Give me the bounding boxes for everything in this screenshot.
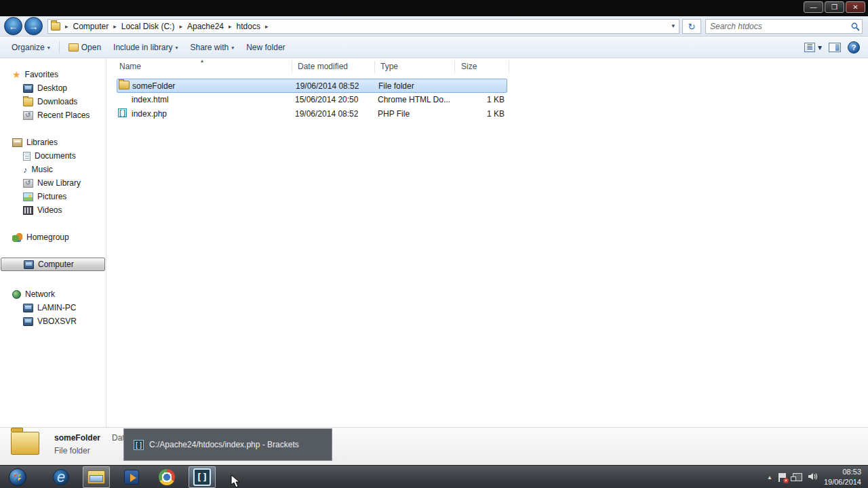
search-icon[interactable] bbox=[848, 22, 862, 31]
forward-button[interactable]: → bbox=[24, 17, 43, 35]
volume-icon[interactable] bbox=[808, 472, 818, 483]
sidebar-item-pictures[interactable]: Pictures bbox=[0, 190, 106, 203]
sidebar-item-lamin-pc[interactable]: LAMIN-PC bbox=[0, 301, 106, 314]
include-in-library-button[interactable]: Include in library ▾ bbox=[107, 40, 184, 55]
search-input[interactable] bbox=[706, 22, 848, 31]
breadcrumb-segment: ▸ Computer bbox=[63, 20, 111, 33]
breadcrumb-arrow-icon: ▸ bbox=[111, 23, 119, 30]
taskbar-item-brackets[interactable]: [] bbox=[189, 466, 216, 488]
sidebar-item-music[interactable]: ♪ Music bbox=[0, 163, 106, 176]
sidebar-item-libraries[interactable]: Libraries bbox=[0, 136, 106, 149]
column-header-name[interactable]: Name bbox=[119, 62, 141, 71]
file-type: File folder bbox=[378, 81, 414, 91]
music-icon: ♪ bbox=[23, 165, 28, 174]
breadcrumb-dropdown-icon[interactable]: ▾ bbox=[671, 22, 675, 29]
windows-orb-icon bbox=[9, 468, 26, 486]
breadcrumb-arrow-icon: ▸ bbox=[226, 23, 234, 30]
file-date: 19/06/2014 08:52 bbox=[295, 109, 358, 119]
close-button[interactable]: ✕ bbox=[846, 1, 865, 13]
column-divider[interactable] bbox=[509, 61, 509, 73]
breadcrumb-computer[interactable]: Computer bbox=[71, 20, 112, 33]
show-hidden-icons-button[interactable]: ▲ bbox=[767, 474, 772, 481]
breadcrumb-apache24[interactable]: Apache24 bbox=[184, 20, 226, 33]
file-date: 19/06/2014 08:52 bbox=[296, 81, 359, 91]
folder-icon bbox=[51, 22, 60, 30]
column-divider[interactable] bbox=[292, 61, 292, 73]
sidebar-item-vboxsvr[interactable]: VBOXSVR bbox=[0, 314, 106, 328]
start-button[interactable] bbox=[4, 466, 31, 488]
sidebar-item-downloads[interactable]: Downloads bbox=[0, 95, 106, 108]
title-bar: — ❐ ✕ bbox=[0, 0, 868, 16]
sidebar-item-new-library[interactable]: New Library bbox=[0, 176, 106, 190]
taskbar-item-internet-explorer[interactable]: e bbox=[47, 466, 75, 488]
taskbar: e [] ▲ ✕ 08:53 19/06/2014 bbox=[0, 465, 868, 488]
network-pc-icon bbox=[23, 304, 33, 312]
breadcrumb-arrow-icon: ▸ bbox=[263, 23, 271, 30]
file-row-index-php[interactable]: [] index.php 19/06/2014 08:52 PHP File 1… bbox=[117, 107, 507, 121]
back-button[interactable]: ← bbox=[4, 17, 22, 35]
navigation-pane: ★ Favorites Desktop Downloads Recent Pla… bbox=[0, 58, 106, 427]
column-divider[interactable] bbox=[374, 61, 375, 73]
clock-time: 08:53 bbox=[824, 467, 861, 477]
system-tray: ▲ ✕ 08:53 19/06/2014 bbox=[767, 466, 865, 488]
minimize-button[interactable]: — bbox=[804, 1, 823, 13]
tooltip-text: C:/Apache24/htdocs/index.php - Brackets bbox=[149, 440, 299, 449]
column-header-date-modified[interactable]: Date modified bbox=[298, 62, 348, 71]
toolbar-right: ▾ ? bbox=[804, 41, 868, 54]
preview-pane-button[interactable] bbox=[829, 43, 841, 52]
breadcrumb[interactable]: ▸ Computer ▸ Local Disk (C:) ▸ Apache24 … bbox=[47, 19, 679, 34]
chevron-down-icon: ▾ bbox=[175, 45, 178, 51]
help-button[interactable]: ? bbox=[848, 41, 860, 54]
network-icon bbox=[12, 290, 21, 299]
breadcrumb-local-disk[interactable]: Local Disk (C:) bbox=[119, 20, 178, 33]
organize-button[interactable]: Organize ▾ bbox=[5, 40, 56, 55]
explorer-folder-icon bbox=[87, 470, 105, 484]
folder-icon bbox=[11, 432, 39, 455]
explorer-main: ★ Favorites Desktop Downloads Recent Pla… bbox=[0, 58, 868, 427]
taskbar-tooltip: [] C:/Apache24/htdocs/index.php - Bracke… bbox=[123, 428, 332, 461]
sidebar-item-network[interactable]: Network bbox=[0, 287, 106, 301]
libraries-icon bbox=[12, 138, 22, 147]
sidebar-item-documents[interactable]: Documents bbox=[0, 149, 106, 163]
file-row-index-html[interactable]: index.html 15/06/2014 20:50 Chrome HTML … bbox=[117, 93, 507, 107]
action-center-icon[interactable]: ✕ bbox=[778, 473, 787, 482]
change-view-button[interactable]: ▾ bbox=[804, 43, 822, 52]
open-button[interactable]: Open bbox=[62, 40, 107, 55]
new-folder-button[interactable]: New folder bbox=[240, 40, 291, 55]
media-player-icon bbox=[124, 470, 139, 485]
breadcrumb-htdocs[interactable]: htdocs bbox=[234, 20, 263, 33]
file-size: 1 KB bbox=[487, 95, 505, 104]
taskbar-item-chrome[interactable] bbox=[153, 466, 180, 488]
file-row-somefolder[interactable]: someFolder 19/06/2014 08:52 File folder bbox=[117, 79, 507, 93]
pictures-icon bbox=[23, 192, 33, 201]
breadcrumb-arrow-icon: ▸ bbox=[63, 23, 71, 30]
videos-icon bbox=[23, 206, 33, 215]
taskbar-item-media-player[interactable] bbox=[118, 466, 145, 488]
column-header-size[interactable]: Size bbox=[461, 62, 477, 71]
column-divider[interactable] bbox=[454, 61, 455, 73]
brackets-file-icon: [] bbox=[118, 108, 127, 117]
new-library-icon bbox=[23, 179, 33, 188]
file-type: PHP File bbox=[378, 109, 410, 119]
refresh-button[interactable]: ↻ bbox=[682, 19, 701, 34]
sidebar-item-computer[interactable]: Computer bbox=[1, 258, 105, 271]
network-tray-icon[interactable] bbox=[793, 473, 802, 481]
file-name: index.php bbox=[132, 109, 167, 119]
details-file-type: File folder bbox=[54, 446, 90, 455]
taskbar-clock[interactable]: 08:53 19/06/2014 bbox=[824, 467, 865, 487]
file-rows: someFolder 19/06/2014 08:52 File folder … bbox=[117, 79, 507, 121]
restore-button[interactable]: ❐ bbox=[825, 1, 844, 13]
sidebar-item-favorites[interactable]: ★ Favorites bbox=[0, 68, 106, 81]
sidebar-item-homegroup[interactable]: Homegroup bbox=[0, 230, 106, 244]
file-name: someFolder bbox=[132, 81, 175, 91]
share-with-button[interactable]: Share with ▾ bbox=[184, 40, 240, 55]
window-controls: — ❐ ✕ bbox=[804, 1, 865, 13]
column-header-type[interactable]: Type bbox=[380, 62, 398, 71]
sidebar-item-desktop[interactable]: Desktop bbox=[0, 81, 106, 95]
brackets-icon: [] bbox=[134, 440, 144, 450]
documents-icon bbox=[23, 152, 31, 161]
sidebar-item-recent-places[interactable]: Recent Places bbox=[0, 108, 106, 122]
sidebar-item-videos[interactable]: Videos bbox=[0, 203, 106, 217]
internet-explorer-icon: e bbox=[53, 469, 69, 485]
taskbar-item-explorer[interactable] bbox=[83, 466, 110, 488]
